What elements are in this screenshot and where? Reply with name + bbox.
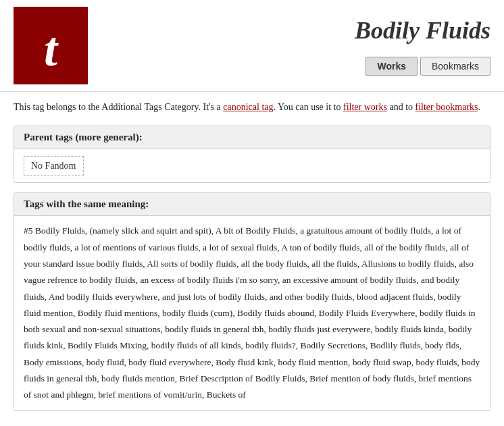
same-meaning-section: Tags with the same meaning: #5 Bodily Fl…: [14, 192, 490, 410]
page-header: t Bodily Fluids Works Bookmarks: [0, 0, 504, 92]
tab-bar: Works Bookmarks: [366, 57, 490, 76]
site-logo[interactable]: t: [14, 7, 88, 84]
canonical-tag-link[interactable]: canonical tag: [223, 102, 273, 112]
same-meaning-header: Tags with the same meaning:: [14, 193, 490, 216]
tag-info-paragraph: This tag belongs to the Additional Tags …: [14, 100, 490, 115]
no-fandom-tag[interactable]: No Fandom: [24, 156, 84, 176]
parent-tags-body: No Fandom: [14, 149, 490, 182]
tab-bookmarks[interactable]: Bookmarks: [420, 57, 490, 76]
tag-info-text-middle: . You can use it to: [274, 102, 343, 112]
tag-info-text-prefix: This tag belongs to the Additional Tags …: [14, 102, 223, 112]
header-right: Bodily Fluids Works Bookmarks: [101, 16, 490, 76]
page-content: This tag belongs to the Additional Tags …: [0, 92, 504, 426]
tab-works[interactable]: Works: [366, 57, 418, 76]
page-title: Bodily Fluids: [355, 16, 490, 45]
tag-info-text-and: and to: [387, 102, 415, 112]
filter-works-link[interactable]: filter works: [343, 102, 387, 112]
tag-info-text-end: .: [478, 102, 480, 112]
filter-bookmarks-link[interactable]: filter bookmarks: [415, 102, 478, 112]
parent-tags-section: Parent tags (more general): No Fandom: [14, 126, 490, 183]
parent-tags-header: Parent tags (more general):: [14, 126, 490, 149]
logo-letter: t: [44, 25, 57, 74]
same-meaning-body: #5 Bodily Fluids, (namely slick and squi…: [14, 216, 490, 410]
